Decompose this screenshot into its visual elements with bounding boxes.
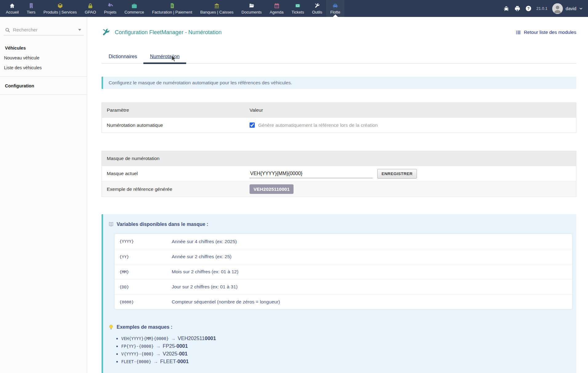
- nav-item-accueil[interactable]: Accueil: [2, 0, 23, 17]
- user-menu[interactable]: david: [552, 3, 583, 14]
- variables-table: {YYYY} Année sur 4 chiffres (ex: 2025) {…: [114, 234, 573, 310]
- car-icon: [332, 3, 338, 9]
- main-content: Configuration FleetManager - Numérotatio…: [87, 17, 588, 373]
- sidebar-group-vehicules: Véhicules Nouveau véhicule Liste des véh…: [0, 46, 87, 77]
- save-button[interactable]: ENREGISTRER: [377, 169, 417, 178]
- nav-item-commerce[interactable]: Commerce: [121, 0, 148, 17]
- nav-item-projets[interactable]: Projets: [100, 0, 120, 17]
- sidebar-section-vehicules: Véhicules: [5, 46, 87, 50]
- chevron-down-icon: [579, 6, 583, 11]
- tools-icon: [314, 3, 320, 9]
- nav-item-tiers[interactable]: Tiers: [23, 0, 39, 17]
- generated-reference-badge: VEH2025110001: [250, 184, 294, 194]
- padlock-icon: [87, 3, 93, 9]
- auto-numbering-checkbox[interactable]: [250, 122, 255, 128]
- avatar: [552, 3, 563, 14]
- example-item: V{YYYY}-{000}→V2025-001: [121, 351, 573, 357]
- variables-title: Variables disponibles dans le masque :: [108, 222, 573, 227]
- top-menu-bar: Accueil Tiers Produits | Services GPAO P…: [0, 0, 588, 17]
- sidebar-item-nouveau-vehicule[interactable]: Nouveau véhicule: [4, 55, 87, 60]
- variable-row: {YYYY} Année sur 4 chiffres (ex: 2025): [114, 234, 572, 249]
- nav-item-documents[interactable]: Documents: [238, 0, 266, 17]
- variable-row: {MM} Mois sur 2 chiffres (ex: 01 à 12): [114, 264, 572, 279]
- parameters-table-header: Paramètre Valeur: [102, 103, 576, 118]
- search-dropdown-caret[interactable]: [78, 29, 81, 31]
- bank-icon: [214, 3, 220, 9]
- row-numerotation-automatique: Numérotation automatique Génère automati…: [102, 118, 576, 133]
- cube-icon: [57, 3, 63, 9]
- parameters-table: Paramètre Valeur Numérotation automatiqu…: [102, 102, 576, 133]
- auto-numbering-description: Génère automatiquement la référence lors…: [258, 122, 378, 128]
- examples-list: VEH{YYYY}{MM}{0000}→VEH2025110001 FP{YY}…: [108, 335, 573, 364]
- sidebar-item-liste-vehicules[interactable]: Liste des véhicules: [4, 65, 87, 70]
- sidebar-search[interactable]: [4, 27, 84, 35]
- variable-row: {YY} Année sur 2 chiffres (ex: 25): [114, 249, 572, 264]
- search-icon: [5, 27, 10, 33]
- mask-input[interactable]: [250, 169, 373, 178]
- folder-icon: [249, 3, 254, 9]
- bug-icon[interactable]: [503, 5, 510, 12]
- mask-table: Masque de numérotation Masque actuel ENR…: [102, 151, 576, 197]
- nav-item-gpao[interactable]: GPAO: [81, 0, 100, 17]
- home-icon: [9, 3, 15, 9]
- row-exemple-reference: Exemple de référence générée VEH20251100…: [102, 181, 576, 197]
- nav-item-facturation[interactable]: Facturation | Paiement: [148, 0, 196, 17]
- gavel-icon: [107, 3, 113, 9]
- sidebar-section-configuration: Configuration: [5, 83, 87, 88]
- book-icon: [108, 222, 114, 227]
- version-label: 21.0.1: [536, 6, 547, 11]
- help-icon[interactable]: ?: [525, 5, 532, 12]
- invoice-icon: [169, 3, 175, 9]
- variable-row: {0000} Compteur séquentiel (nombre de zé…: [114, 294, 572, 309]
- examples-title: Exemples de masques :: [108, 324, 573, 330]
- page-header: Configuration FleetManager - Numérotatio…: [102, 28, 576, 37]
- topbar-right: ? 21.0.1 david: [503, 0, 588, 17]
- example-ref-label: Exemple de référence générée: [102, 186, 250, 192]
- list-icon: [516, 30, 521, 35]
- tools-config-icon: [102, 28, 110, 37]
- nav-item-flotte[interactable]: Flotte: [326, 0, 344, 17]
- main-nav: Accueil Tiers Produits | Services GPAO P…: [0, 0, 344, 17]
- tab-bar: Dictionnaires Numérotation: [102, 51, 576, 64]
- nav-item-banques[interactable]: Banques | Caisses: [196, 0, 238, 17]
- left-sidebar: Véhicules Nouveau véhicule Liste des véh…: [0, 17, 87, 373]
- mask-table-header: Masque de numérotation: [102, 151, 576, 166]
- svg-text:?: ?: [527, 6, 530, 11]
- variables-help-box: Variables disponibles dans le masque : {…: [102, 214, 576, 373]
- mask-current-label: Masque actuel: [102, 171, 250, 176]
- ticket-icon: [295, 3, 301, 9]
- calendar-icon: [274, 3, 280, 9]
- tab-numerotation[interactable]: Numérotation: [143, 51, 186, 63]
- variable-row: {DD} Jour sur 2 chiffres (ex: 01 à 31): [114, 279, 572, 294]
- example-item: FLEET-{0000}→FLEET-0001: [121, 359, 573, 364]
- param-label: Numérotation automatique: [102, 122, 250, 128]
- building-icon: [28, 3, 34, 9]
- bulb-icon: [108, 324, 114, 330]
- nav-item-outils[interactable]: Outils: [308, 0, 326, 17]
- sidebar-group-configuration: Configuration: [0, 83, 87, 95]
- search-input[interactable]: [13, 27, 75, 33]
- nav-item-agenda[interactable]: Agenda: [266, 0, 288, 17]
- mask-section-title: Masque de numérotation: [102, 156, 159, 161]
- page-title: Configuration FleetManager - Numérotatio…: [115, 29, 222, 36]
- back-to-modules-link[interactable]: Retour liste des modules: [516, 30, 576, 35]
- nav-item-tickets[interactable]: Tickets: [287, 0, 308, 17]
- tab-dictionnaires[interactable]: Dictionnaires: [102, 51, 143, 63]
- example-item: VEH{YYYY}{MM}{0000}→VEH2025110001: [121, 335, 573, 341]
- print-icon[interactable]: [514, 5, 521, 12]
- info-banner: Configurez le masque de numérotation aut…: [102, 77, 576, 89]
- column-valeur: Valeur: [250, 107, 576, 113]
- suitcase-icon: [131, 3, 137, 9]
- example-item: FP{YY}-{0000}→FP25-0001: [121, 343, 573, 349]
- column-parametre: Paramètre: [102, 107, 250, 113]
- nav-item-produits-services[interactable]: Produits | Services: [39, 0, 81, 17]
- row-masque-actuel: Masque actuel ENREGISTRER: [102, 166, 576, 181]
- username: david: [566, 6, 576, 11]
